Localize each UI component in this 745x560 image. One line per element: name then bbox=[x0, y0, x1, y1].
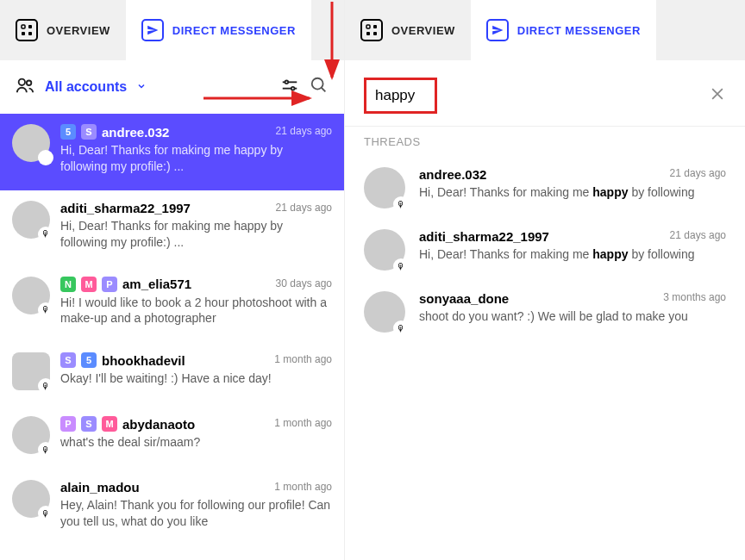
chevron-down-icon bbox=[136, 79, 147, 95]
conversation-list: 🎙 5 S andree.032 Hi, Dear! Thanks for ma… bbox=[0, 114, 344, 560]
avatar-account-badge: 🎙 bbox=[38, 227, 53, 242]
tab-direct-right[interactable]: DIRECT MESSENGER bbox=[471, 0, 656, 60]
conversation-time: 30 days ago bbox=[276, 277, 332, 289]
tab-overview-left[interactable]: OVERVIEW bbox=[0, 0, 126, 60]
conversation-item[interactable]: 🎙 S 5 bhookhadevil Okay! I'll be waiting… bbox=[0, 342, 344, 406]
filter-sliders-icon[interactable] bbox=[280, 76, 299, 98]
svg-rect-13 bbox=[373, 25, 377, 28]
conversation-time: 1 month ago bbox=[274, 417, 332, 429]
conversation-snippet: Hi, Dear! Thanks for making me happy by … bbox=[60, 142, 332, 175]
conversation-time: 1 month ago bbox=[274, 481, 332, 493]
svg-rect-15 bbox=[373, 32, 377, 35]
thread-item[interactable]: 🎙 aditi_sharma22_1997 Hi, Dear! Thanks f… bbox=[345, 219, 745, 281]
tab-overview-label: OVERVIEW bbox=[47, 24, 110, 37]
conversation-username: andree.032 bbox=[102, 125, 169, 140]
accounts-selector[interactable]: All accounts bbox=[45, 79, 147, 95]
avatar-account-badge: 🎙 bbox=[38, 302, 53, 318]
grid-icon bbox=[360, 19, 383, 41]
thread-snippet: Hi, Dear! Thanks for making me happy by … bbox=[419, 184, 726, 202]
avatar-account-badge: 🎙 bbox=[393, 196, 409, 212]
conversation-username: aditi_sharma22_1997 bbox=[60, 201, 191, 215]
svg-point-5 bbox=[27, 81, 32, 86]
people-icon bbox=[16, 76, 34, 98]
send-icon bbox=[141, 19, 164, 41]
conversation-username: am_elia571 bbox=[122, 277, 191, 291]
conversation-item[interactable]: 🎙 5 S andree.032 Hi, Dear! Thanks for ma… bbox=[0, 114, 344, 190]
conversation-username: alain_madou bbox=[60, 480, 140, 495]
svg-rect-2 bbox=[22, 32, 25, 35]
conversation-snippet: Hi, Dear! Thanks for making me happy by … bbox=[60, 218, 332, 251]
avatar: 🎙 bbox=[364, 167, 405, 208]
tab-direct-label: DIRECT MESSENGER bbox=[172, 24, 296, 37]
avatar-account-badge: 🎙 bbox=[38, 506, 53, 521]
conversation-tag: S bbox=[81, 124, 97, 140]
conversation-item[interactable]: 🎙 alain_madou Hey, Alain! Thank you for … bbox=[0, 470, 344, 545]
avatar: 🎙 bbox=[364, 291, 405, 333]
conversation-tag: N bbox=[60, 277, 76, 292]
thread-time: 3 months ago bbox=[663, 291, 726, 303]
thread-time: 21 days ago bbox=[670, 229, 726, 241]
thread-snippet: shoot do you want? :) We will be glad to… bbox=[419, 308, 726, 326]
svg-rect-3 bbox=[28, 32, 32, 35]
conversation-snippet: what's the deal sir/maam? bbox=[60, 434, 332, 451]
tabs-bar-left: OVERVIEW DIRECT MESSENGER bbox=[0, 0, 344, 60]
left-panel: OVERVIEW DIRECT MESSENGER All accounts bbox=[0, 0, 345, 560]
conversation-time: 1 month ago bbox=[274, 353, 332, 365]
tab-direct-label: DIRECT MESSENGER bbox=[517, 24, 641, 37]
tab-overview-label: OVERVIEW bbox=[391, 24, 455, 37]
avatar: 🎙 bbox=[12, 480, 50, 518]
conversation-item[interactable]: 🎙 aditi_sharma22_1997 Hi, Dear! Thanks f… bbox=[0, 190, 344, 266]
conversation-username: abydanaoto bbox=[122, 417, 195, 432]
conversation-snippet: Hey, Alain! Thank you for following our … bbox=[60, 497, 332, 530]
conversation-tag: 5 bbox=[60, 124, 76, 140]
conversation-item[interactable]: 🎙 P S M abydanaoto what's the deal sir/m… bbox=[0, 406, 344, 470]
avatar-account-badge: 🎙 bbox=[38, 378, 53, 394]
conversation-tag: S bbox=[60, 352, 76, 368]
conversation-time: 21 days ago bbox=[276, 202, 332, 214]
conversation-snippet: Okay! I'll be waiting! :) Have a nice da… bbox=[60, 370, 332, 387]
avatar-account-badge: 🎙 bbox=[38, 442, 53, 457]
svg-point-4 bbox=[19, 79, 25, 85]
svg-point-10 bbox=[312, 78, 323, 90]
conversation-tag: 5 bbox=[81, 352, 97, 368]
conversation-tag: P bbox=[102, 277, 117, 292]
right-panel: OVERVIEW DIRECT MESSENGER THREADS 🎙 andr… bbox=[345, 0, 745, 560]
avatar: 🎙 bbox=[12, 124, 50, 162]
avatar: 🎙 bbox=[12, 352, 50, 390]
close-icon[interactable] bbox=[709, 85, 726, 106]
filter-bar: All accounts bbox=[0, 60, 344, 114]
avatar: 🎙 bbox=[12, 416, 50, 454]
conversation-tag: M bbox=[102, 416, 117, 432]
accounts-label: All accounts bbox=[45, 79, 127, 94]
tab-direct-left[interactable]: DIRECT MESSENGER bbox=[126, 0, 311, 60]
search-bar bbox=[345, 60, 745, 126]
send-icon bbox=[486, 19, 509, 41]
search-icon[interactable] bbox=[310, 76, 329, 98]
tabs-bar-right: OVERVIEW DIRECT MESSENGER bbox=[345, 0, 745, 60]
conversation-tag: S bbox=[81, 416, 97, 432]
svg-point-9 bbox=[291, 87, 295, 90]
conversation-tag: M bbox=[81, 277, 97, 292]
avatar-account-badge: 🎙 bbox=[38, 150, 53, 165]
svg-rect-14 bbox=[366, 32, 370, 35]
search-input[interactable] bbox=[364, 78, 437, 114]
grid-icon bbox=[16, 19, 38, 41]
avatar-account-badge: 🎙 bbox=[393, 320, 409, 336]
svg-rect-12 bbox=[366, 25, 370, 28]
thread-item[interactable]: 🎙 andree.032 Hi, Dear! Thanks for making… bbox=[345, 157, 745, 219]
conversation-snippet: Hi! I would like to book a 2 hour photos… bbox=[60, 295, 332, 327]
conversation-tag: P bbox=[60, 416, 76, 432]
svg-rect-1 bbox=[28, 25, 32, 28]
avatar-account-badge: 🎙 bbox=[393, 258, 409, 274]
conversation-username: bhookhadevil bbox=[102, 353, 185, 368]
thread-item[interactable]: 🎙 sonyaaa_done shoot do you want? :) We … bbox=[345, 281, 745, 343]
threads-section-title: THREADS bbox=[345, 127, 745, 157]
tab-overview-right[interactable]: OVERVIEW bbox=[345, 0, 471, 60]
svg-rect-0 bbox=[22, 25, 25, 28]
thread-time: 21 days ago bbox=[670, 167, 726, 179]
avatar: 🎙 bbox=[12, 277, 50, 314]
conversation-item[interactable]: 🎙 N M P am_elia571 Hi! I would like to b… bbox=[0, 266, 344, 343]
avatar: 🎙 bbox=[364, 229, 405, 271]
avatar: 🎙 bbox=[12, 201, 50, 239]
thread-snippet: Hi, Dear! Thanks for making me happy by … bbox=[419, 246, 726, 264]
